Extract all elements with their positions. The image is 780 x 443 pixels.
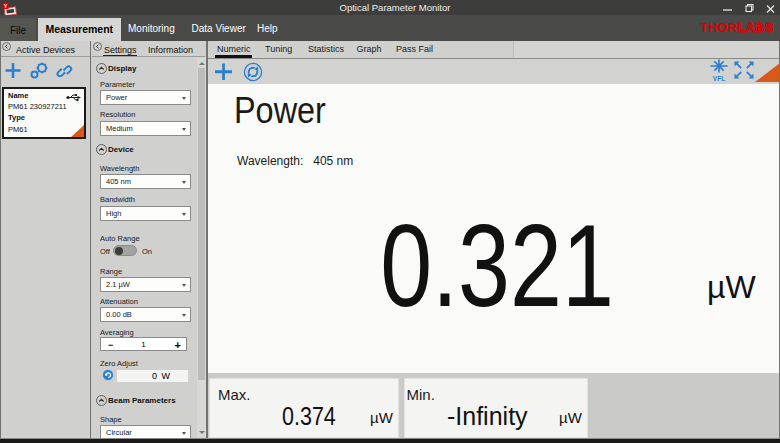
svg-text:VFL: VFL bbox=[713, 75, 725, 82]
svg-text:Y: Y bbox=[4, 3, 8, 9]
